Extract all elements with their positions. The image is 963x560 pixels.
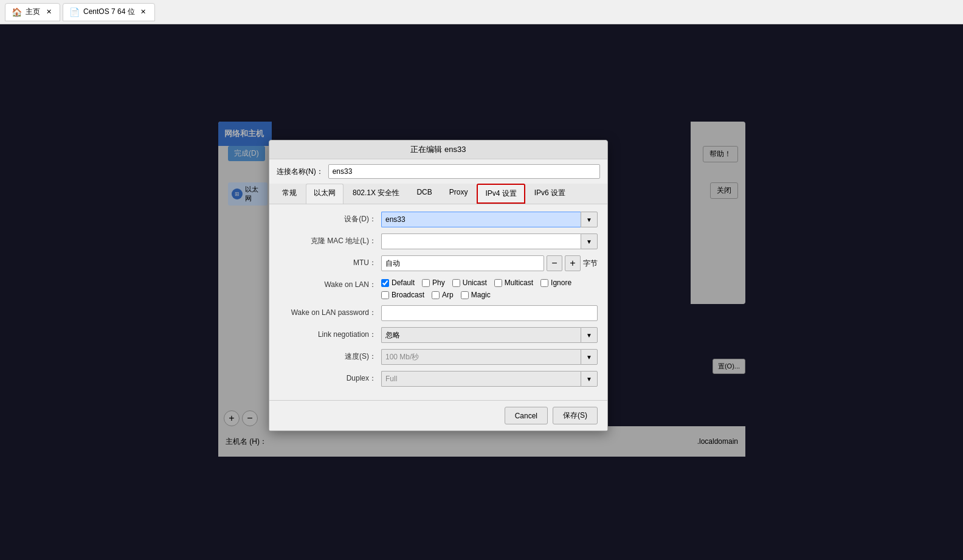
checkbox-default[interactable]: Default xyxy=(381,278,415,287)
checkbox-multicast[interactable]: Multicast xyxy=(494,278,533,287)
wake-on-lan-row: Wake on LAN： Default Phy Unicast xyxy=(279,277,598,299)
connection-name-label: 连接名称(N)： xyxy=(277,167,323,177)
edit-connection-dialog: 正在编辑 ens33 连接名称(N)： 常规 以太网 802.1X 安全性 DC… xyxy=(269,140,608,431)
clone-mac-row: 克隆 MAC 地址(L)： ▼ xyxy=(279,233,598,249)
main-area: 网络和主机 完成(D) ⊞ 以太网 帮助！ 关闭 置(O)... + − 主机名… xyxy=(0,24,963,560)
clone-mac-input[interactable] xyxy=(381,233,581,249)
tab-home[interactable]: 🏠 主页 ✕ xyxy=(5,3,60,21)
modal-footer: Cancel 保存(S) xyxy=(269,400,607,430)
speed-dropdown-btn[interactable]: ▼ xyxy=(581,349,598,365)
speed-display: 100 Mb/秒 xyxy=(381,349,581,365)
wake-on-lan-label: Wake on LAN： xyxy=(279,277,376,290)
tab-centos-close[interactable]: ✕ xyxy=(139,7,148,17)
modal-titlebar: 正在编辑 ens33 xyxy=(269,140,607,159)
speed-row: 速度(S)： 100 Mb/秒 ▼ xyxy=(279,349,598,365)
duplex-label: Duplex： xyxy=(279,371,376,384)
duplex-container: Full ▼ xyxy=(381,371,598,387)
mtu-plus-button[interactable]: + xyxy=(565,255,581,271)
link-negotiation-container: 忽略 ▼ xyxy=(381,327,598,343)
device-field-container: ▼ xyxy=(381,212,598,227)
tab-general[interactable]: 常规 xyxy=(274,184,305,204)
checkbox-multicast-input[interactable] xyxy=(494,279,502,287)
save-button[interactable]: 保存(S) xyxy=(553,407,598,424)
centos-icon: 📄 xyxy=(69,7,80,17)
mtu-label: MTU： xyxy=(279,255,376,268)
checkbox-broadcast-input[interactable] xyxy=(381,291,389,299)
clone-mac-dropdown-btn[interactable]: ▼ xyxy=(581,233,598,249)
checkbox-phy-input[interactable] xyxy=(422,279,430,287)
modal-body: 设备(D)： ▼ 克隆 MAC 地址(L)： ▼ MTU： 自动 xyxy=(269,204,607,400)
tab-centos[interactable]: 📄 CentOS 7 64 位 ✕ xyxy=(63,3,155,21)
tab-centos-label: CentOS 7 64 位 xyxy=(83,7,135,17)
mtu-unit-label: 字节 xyxy=(583,258,598,269)
connection-name-row: 连接名称(N)： xyxy=(269,159,607,184)
tab-dcb[interactable]: DCB xyxy=(409,184,440,204)
checkbox-broadcast[interactable]: Broadcast xyxy=(381,291,424,299)
cancel-button[interactable]: Cancel xyxy=(505,407,548,424)
checkbox-arp[interactable]: Arp xyxy=(432,291,454,299)
device-row: 设备(D)： ▼ xyxy=(279,212,598,227)
modal-tabs: 常规 以太网 802.1X 安全性 DCB Proxy IPv4 设置 IPv6… xyxy=(269,184,607,204)
device-label: 设备(D)： xyxy=(279,212,376,224)
home-icon: 🏠 xyxy=(12,7,22,17)
tab-8021x[interactable]: 802.1X 安全性 xyxy=(345,184,407,204)
mtu-input[interactable]: 自动 xyxy=(381,255,544,271)
wol-password-row: Wake on LAN password： xyxy=(279,305,598,321)
tab-ethernet[interactable]: 以太网 xyxy=(306,184,343,204)
checkbox-default-input[interactable] xyxy=(381,279,389,287)
link-negotiation-display: 忽略 xyxy=(381,327,581,343)
tab-ipv4[interactable]: IPv4 设置 xyxy=(477,184,525,204)
checkbox-unicast-input[interactable] xyxy=(452,279,460,287)
wol-password-label: Wake on LAN password： xyxy=(279,305,376,318)
mtu-row: MTU： 自动 − + 字节 xyxy=(279,255,598,271)
wake-checkbox-group: Default Phy Unicast Multicast Ignore xyxy=(381,277,598,299)
duplex-row: Duplex： Full ▼ xyxy=(279,371,598,387)
link-negotiation-dropdown-btn[interactable]: ▼ xyxy=(581,327,598,343)
wol-password-container xyxy=(381,305,598,321)
wol-password-input[interactable] xyxy=(381,305,598,321)
checkbox-ignore[interactable]: Ignore xyxy=(540,278,571,287)
modal-title: 正在编辑 ens33 xyxy=(410,145,466,154)
speed-label: 速度(S)： xyxy=(279,349,376,362)
checkbox-magic[interactable]: Magic xyxy=(461,291,491,299)
tab-home-label: 主页 xyxy=(26,7,40,17)
tab-proxy[interactable]: Proxy xyxy=(441,184,476,204)
connection-name-input[interactable] xyxy=(328,164,600,179)
checkbox-ignore-input[interactable] xyxy=(540,279,548,287)
speed-container: 100 Mb/秒 ▼ xyxy=(381,349,598,365)
link-negotiation-label: Link negotiation： xyxy=(279,327,376,340)
checkbox-phy[interactable]: Phy xyxy=(422,278,445,287)
browser-chrome: 🏠 主页 ✕ 📄 CentOS 7 64 位 ✕ xyxy=(0,0,963,24)
clone-mac-field-container: ▼ xyxy=(381,233,598,249)
link-negotiation-row: Link negotiation： 忽略 ▼ xyxy=(279,327,598,343)
duplex-display: Full xyxy=(381,371,581,387)
checkbox-magic-input[interactable] xyxy=(461,291,469,299)
mtu-minus-button[interactable]: − xyxy=(547,255,562,271)
duplex-dropdown-btn[interactable]: ▼ xyxy=(581,371,598,387)
tab-home-close[interactable]: ✕ xyxy=(44,7,54,17)
tab-ipv6[interactable]: IPv6 设置 xyxy=(526,184,573,204)
wake-checkboxes-container: Default Phy Unicast Multicast Ignore xyxy=(381,277,598,299)
checkbox-arp-input[interactable] xyxy=(432,291,440,299)
clone-mac-label: 克隆 MAC 地址(L)： xyxy=(279,233,376,246)
mtu-field-container: 自动 − + 字节 xyxy=(381,255,598,271)
device-input[interactable] xyxy=(381,212,581,227)
device-dropdown-btn[interactable]: ▼ xyxy=(581,212,598,227)
checkbox-unicast[interactable]: Unicast xyxy=(452,278,487,287)
